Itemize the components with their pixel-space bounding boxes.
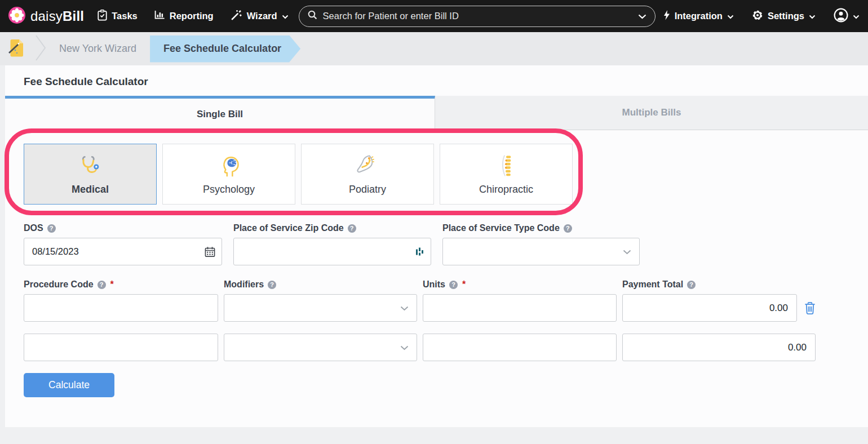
calculate-button[interactable]: Calculate bbox=[24, 373, 114, 397]
modifiers-label: Modifiers bbox=[224, 279, 264, 290]
help-icon[interactable]: ? bbox=[348, 224, 356, 233]
chevron-down-icon[interactable] bbox=[638, 11, 646, 21]
top-navigation-bar: daisyBill Tasks Reporting bbox=[0, 0, 868, 32]
account-menu[interactable] bbox=[834, 8, 860, 25]
payment-total-input-row1 bbox=[622, 294, 797, 322]
payment-total-label: Payment Total bbox=[622, 279, 683, 290]
brand-name: daisyBill bbox=[30, 8, 84, 24]
procedure-code-label: Procedure Code bbox=[24, 279, 94, 290]
nav-item-integration[interactable]: Integration bbox=[663, 10, 734, 23]
fee-calculator-form: DOS? bbox=[24, 223, 868, 361]
category-label: Psychology bbox=[203, 184, 255, 196]
wizard-document-icon[interactable] bbox=[7, 38, 25, 60]
category-button-medical[interactable]: Medical bbox=[24, 144, 157, 205]
nav-item-label: Settings bbox=[768, 11, 804, 21]
chevron-down-icon bbox=[400, 343, 409, 353]
category-label: Chiropractic bbox=[479, 184, 533, 196]
foot-icon bbox=[355, 153, 380, 180]
help-icon[interactable]: ? bbox=[449, 281, 458, 289]
units-input-row2[interactable] bbox=[423, 334, 617, 361]
procedure-code-input-row2[interactable] bbox=[24, 334, 218, 361]
search-input[interactable] bbox=[323, 11, 632, 21]
calendar-icon[interactable] bbox=[205, 246, 215, 257]
stethoscope-icon bbox=[78, 153, 103, 180]
help-icon[interactable]: ? bbox=[268, 281, 276, 289]
nav-item-label: Integration bbox=[675, 11, 723, 21]
nav-item-reporting[interactable]: Reporting bbox=[154, 10, 214, 22]
units-label: Units bbox=[423, 279, 445, 290]
help-icon[interactable]: ? bbox=[47, 224, 56, 233]
daisy-flower-logo-icon bbox=[8, 7, 25, 26]
place-of-service-type-select[interactable] bbox=[442, 238, 640, 265]
gear-icon bbox=[752, 10, 763, 23]
tab-single-bill[interactable]: Single Bill bbox=[5, 96, 435, 130]
payment-total-input-row2 bbox=[622, 334, 816, 361]
chevron-down-icon bbox=[282, 11, 289, 21]
service-category-buttons: Medical Psychology bbox=[24, 144, 868, 205]
nav-item-label: Tasks bbox=[112, 11, 138, 21]
main-content-panel: Fee Schedule Calculator Single Bill Mult… bbox=[5, 65, 868, 427]
nav-item-label: Reporting bbox=[170, 11, 214, 21]
modifiers-select-row1[interactable] bbox=[224, 294, 417, 322]
place-of-service-zip-input[interactable] bbox=[233, 238, 431, 265]
tab-multiple-bills[interactable]: Multiple Bills bbox=[435, 96, 868, 130]
user-circle-icon bbox=[834, 8, 848, 25]
daisybill-logo[interactable]: daisyBill bbox=[8, 7, 84, 26]
head-brain-icon bbox=[216, 153, 241, 180]
bar-chart-icon bbox=[154, 10, 165, 22]
dos-label: DOS bbox=[24, 223, 43, 233]
category-button-chiropractic[interactable]: Chiropractic bbox=[440, 144, 573, 205]
nav-item-tasks[interactable]: Tasks bbox=[98, 10, 138, 23]
page-title: Fee Schedule Calculator bbox=[24, 75, 868, 88]
chevron-down-icon bbox=[809, 11, 816, 21]
help-icon[interactable]: ? bbox=[687, 281, 696, 289]
required-asterisk: * bbox=[462, 279, 466, 290]
lightning-icon bbox=[663, 10, 670, 23]
clipboard-check-icon bbox=[98, 10, 107, 23]
search-icon bbox=[308, 10, 317, 22]
tab-bar: Single Bill Multiple Bills bbox=[5, 96, 868, 130]
spine-icon bbox=[494, 153, 519, 180]
category-label: Podiatry bbox=[349, 184, 386, 196]
units-input-row1[interactable] bbox=[423, 294, 617, 322]
address-lookup-icon bbox=[415, 247, 424, 256]
magic-wand-icon bbox=[231, 10, 242, 23]
category-label: Medical bbox=[72, 184, 109, 196]
category-button-psychology[interactable]: Psychology bbox=[162, 144, 295, 205]
help-icon[interactable]: ? bbox=[564, 224, 572, 233]
modifiers-select-row2[interactable] bbox=[224, 334, 417, 361]
nav-item-settings[interactable]: Settings bbox=[752, 10, 816, 23]
global-search-bar[interactable] bbox=[299, 6, 656, 27]
breadcrumb-item-fee-schedule-calculator[interactable]: Fee Schedule Calculator bbox=[150, 35, 300, 63]
breadcrumb-separator-icon bbox=[34, 34, 47, 64]
breadcrumb: New York Wizard Fee Schedule Calculator bbox=[0, 32, 868, 65]
nav-item-wizard[interactable]: Wizard bbox=[231, 10, 289, 23]
help-icon[interactable]: ? bbox=[98, 281, 106, 289]
chevron-down-icon bbox=[727, 11, 734, 21]
nav-item-label: Wizard bbox=[247, 11, 277, 21]
trash-icon[interactable] bbox=[804, 302, 816, 314]
chevron-down-icon bbox=[623, 247, 631, 257]
breadcrumb-item-new-york-wizard[interactable]: New York Wizard bbox=[59, 43, 136, 55]
zip-label: Place of Service Zip Code bbox=[233, 223, 344, 233]
procedure-code-input-row1[interactable] bbox=[24, 294, 218, 322]
chevron-down-icon bbox=[400, 303, 409, 313]
chevron-down-icon bbox=[853, 11, 860, 21]
category-button-podiatry[interactable]: Podiatry bbox=[301, 144, 434, 205]
pos-type-label: Place of Service Type Code bbox=[442, 223, 560, 233]
dos-input[interactable] bbox=[24, 238, 222, 265]
required-asterisk: * bbox=[110, 279, 114, 290]
